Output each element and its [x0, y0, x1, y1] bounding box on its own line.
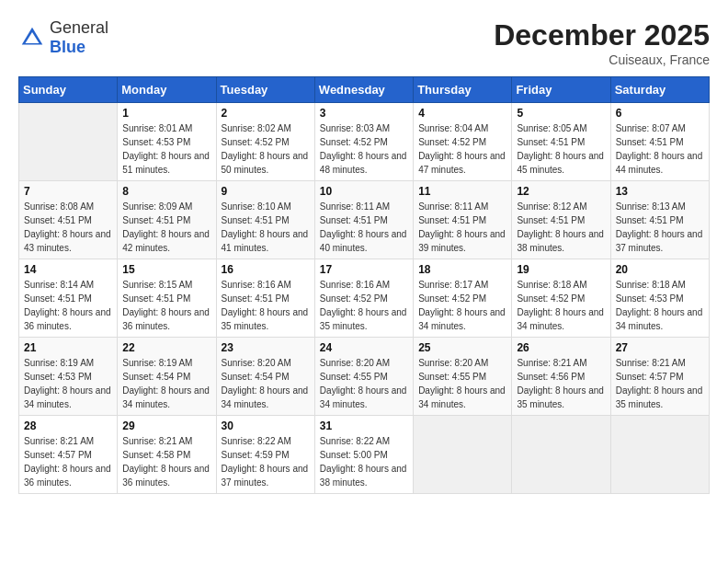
sunset: Sunset: 4:55 PM	[418, 372, 486, 382]
calendar-day-cell: 27 Sunrise: 8:21 AM Sunset: 4:57 PM Dayl…	[610, 338, 709, 416]
calendar-day-cell: 2 Sunrise: 8:02 AM Sunset: 4:52 PM Dayli…	[216, 103, 314, 181]
day-of-week-header: Saturday	[610, 77, 709, 103]
calendar-day-cell: 11 Sunrise: 8:11 AM Sunset: 4:51 PM Dayl…	[414, 181, 512, 259]
day-number: 14	[24, 263, 112, 276]
page-header: General Blue December 2025 Cuiseaux, Fra…	[18, 18, 710, 67]
sunrise: Sunrise: 8:17 AM	[418, 280, 488, 290]
calendar-body: 1 Sunrise: 8:01 AM Sunset: 4:53 PM Dayli…	[19, 103, 710, 494]
day-info: Sunrise: 8:11 AM Sunset: 4:51 PM Dayligh…	[418, 200, 506, 255]
sunrise: Sunrise: 8:11 AM	[418, 201, 488, 212]
sunset: Sunset: 5:00 PM	[320, 450, 388, 460]
sunrise: Sunrise: 8:20 AM	[222, 358, 291, 368]
calendar-week-row: 14 Sunrise: 8:14 AM Sunset: 4:51 PM Dayl…	[19, 259, 710, 338]
sunset: Sunset: 4:52 PM	[222, 137, 290, 147]
daylight: Daylight: 8 hours and 50 minutes.	[222, 151, 309, 175]
sunrise: Sunrise: 8:19 AM	[122, 358, 192, 368]
calendar-week-row: 28 Sunrise: 8:21 AM Sunset: 4:57 PM Dayl…	[19, 416, 710, 494]
daylight: Daylight: 8 hours and 35 minutes.	[320, 307, 407, 331]
day-of-week-header: Tuesday	[216, 77, 314, 103]
day-number: 8	[122, 185, 210, 198]
sunset: Sunset: 4:51 PM	[517, 137, 585, 147]
daylight: Daylight: 8 hours and 48 minutes.	[320, 151, 407, 175]
sunrise: Sunrise: 8:12 AM	[517, 201, 586, 212]
day-info: Sunrise: 8:18 AM Sunset: 4:53 PM Dayligh…	[616, 278, 704, 333]
day-info: Sunrise: 8:01 AM Sunset: 4:53 PM Dayligh…	[122, 121, 210, 177]
day-number: 31	[320, 419, 408, 432]
daylight: Daylight: 8 hours and 39 minutes.	[418, 229, 506, 253]
sunrise: Sunrise: 8:08 AM	[24, 201, 94, 212]
day-number: 17	[320, 263, 408, 276]
daylight: Daylight: 8 hours and 34 minutes.	[616, 307, 703, 331]
day-info: Sunrise: 8:21 AM Sunset: 4:56 PM Dayligh…	[517, 356, 605, 411]
sunrise: Sunrise: 8:18 AM	[517, 280, 586, 290]
calendar-day-cell: 15 Sunrise: 8:15 AM Sunset: 4:51 PM Dayl…	[118, 259, 216, 338]
calendar-day-cell: 4 Sunrise: 8:04 AM Sunset: 4:52 PM Dayli…	[414, 103, 512, 181]
sunrise: Sunrise: 8:16 AM	[320, 280, 390, 290]
daylight: Daylight: 8 hours and 41 minutes.	[222, 229, 309, 253]
day-number: 3	[320, 107, 408, 120]
sunset: Sunset: 4:51 PM	[24, 215, 92, 225]
day-info: Sunrise: 8:16 AM Sunset: 4:51 PM Dayligh…	[222, 278, 310, 333]
calendar-day-cell: 21 Sunrise: 8:19 AM Sunset: 4:53 PM Dayl…	[19, 338, 118, 416]
sunset: Sunset: 4:51 PM	[222, 293, 290, 304]
day-info: Sunrise: 8:22 AM Sunset: 4:59 PM Dayligh…	[222, 434, 310, 489]
daylight: Daylight: 8 hours and 34 minutes.	[122, 385, 210, 409]
day-info: Sunrise: 8:13 AM Sunset: 4:51 PM Dayligh…	[616, 200, 704, 255]
calendar-day-cell: 24 Sunrise: 8:20 AM Sunset: 4:55 PM Dayl…	[314, 338, 413, 416]
day-number: 18	[418, 263, 506, 276]
calendar-day-cell: 5 Sunrise: 8:05 AM Sunset: 4:51 PM Dayli…	[512, 103, 610, 181]
daylight: Daylight: 8 hours and 34 minutes.	[222, 385, 309, 409]
day-of-week-header: Sunday	[19, 77, 118, 103]
day-info: Sunrise: 8:20 AM Sunset: 4:54 PM Dayligh…	[222, 356, 310, 411]
location-title: Cuiseaux, France	[494, 52, 710, 67]
calendar-day-cell: 26 Sunrise: 8:21 AM Sunset: 4:56 PM Dayl…	[512, 338, 610, 416]
daylight: Daylight: 8 hours and 38 minutes.	[320, 464, 407, 488]
sunrise: Sunrise: 8:10 AM	[222, 201, 291, 212]
daylight: Daylight: 8 hours and 36 minutes.	[122, 307, 210, 331]
sunset: Sunset: 4:51 PM	[24, 293, 92, 304]
sunset: Sunset: 4:51 PM	[418, 215, 486, 225]
day-info: Sunrise: 8:07 AM Sunset: 4:51 PM Dayligh…	[616, 121, 704, 177]
calendar-week-row: 21 Sunrise: 8:19 AM Sunset: 4:53 PM Dayl…	[19, 338, 710, 416]
logo: General Blue	[18, 18, 108, 57]
day-info: Sunrise: 8:22 AM Sunset: 5:00 PM Dayligh…	[320, 434, 408, 489]
calendar-day-cell	[610, 416, 709, 494]
daylight: Daylight: 8 hours and 44 minutes.	[616, 151, 703, 175]
sunset: Sunset: 4:54 PM	[222, 372, 290, 382]
calendar-day-cell: 10 Sunrise: 8:11 AM Sunset: 4:51 PM Dayl…	[314, 181, 413, 259]
title-block: December 2025 Cuiseaux, France	[494, 18, 710, 67]
day-number: 25	[418, 341, 506, 354]
calendar-day-cell: 28 Sunrise: 8:21 AM Sunset: 4:57 PM Dayl…	[19, 416, 118, 494]
day-number: 23	[222, 341, 310, 354]
sunset: Sunset: 4:51 PM	[616, 137, 684, 147]
calendar-day-cell: 30 Sunrise: 8:22 AM Sunset: 4:59 PM Dayl…	[216, 416, 314, 494]
day-info: Sunrise: 8:02 AM Sunset: 4:52 PM Dayligh…	[222, 121, 310, 177]
day-info: Sunrise: 8:19 AM Sunset: 4:53 PM Dayligh…	[24, 356, 112, 411]
sunset: Sunset: 4:51 PM	[122, 215, 190, 225]
day-number: 5	[517, 107, 605, 120]
sunset: Sunset: 4:53 PM	[616, 293, 684, 304]
calendar-day-cell: 20 Sunrise: 8:18 AM Sunset: 4:53 PM Dayl…	[610, 259, 709, 338]
month-title: December 2025	[494, 18, 710, 52]
day-number: 22	[122, 341, 210, 354]
day-number: 29	[122, 419, 210, 432]
calendar-day-cell: 16 Sunrise: 8:16 AM Sunset: 4:51 PM Dayl…	[216, 259, 314, 338]
day-info: Sunrise: 8:17 AM Sunset: 4:52 PM Dayligh…	[418, 278, 506, 333]
day-number: 10	[320, 185, 408, 198]
day-number: 2	[222, 107, 310, 120]
logo-general: General	[50, 18, 108, 37]
day-of-week-header: Wednesday	[314, 77, 413, 103]
day-number: 20	[616, 263, 704, 276]
sunrise: Sunrise: 8:21 AM	[517, 358, 586, 368]
sunset: Sunset: 4:52 PM	[320, 293, 388, 304]
sunset: Sunset: 4:53 PM	[122, 137, 190, 147]
calendar-header-row: SundayMondayTuesdayWednesdayThursdayFrid…	[19, 77, 710, 103]
calendar-table: SundayMondayTuesdayWednesdayThursdayFrid…	[18, 76, 710, 494]
sunset: Sunset: 4:51 PM	[517, 215, 585, 225]
sunrise: Sunrise: 8:22 AM	[222, 436, 291, 446]
day-number: 24	[320, 341, 408, 354]
calendar-week-row: 1 Sunrise: 8:01 AM Sunset: 4:53 PM Dayli…	[19, 103, 710, 181]
sunrise: Sunrise: 8:14 AM	[24, 280, 94, 290]
day-info: Sunrise: 8:21 AM Sunset: 4:58 PM Dayligh…	[122, 434, 210, 489]
generalblue-logo-icon	[18, 24, 46, 52]
